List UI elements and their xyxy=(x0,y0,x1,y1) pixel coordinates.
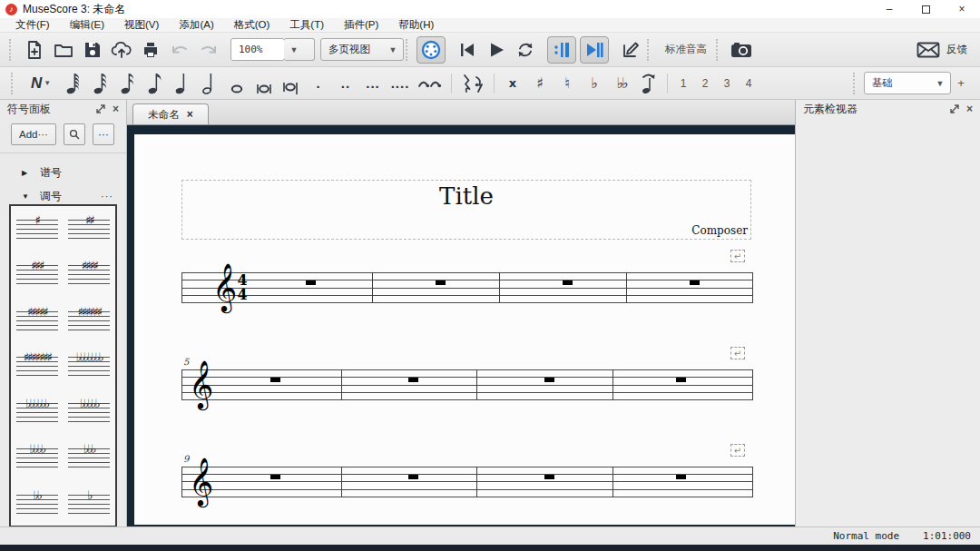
barline[interactable] xyxy=(181,369,182,400)
key-signature-item[interactable]: ♭♭♭♭♭ xyxy=(64,389,116,436)
menu-help[interactable]: 帮助(H) xyxy=(388,18,444,32)
key-signature-item[interactable]: ♯♯♯♯♯ xyxy=(11,298,64,344)
barline[interactable] xyxy=(612,369,613,400)
play-repeats-toggle[interactable] xyxy=(547,36,576,64)
note-8th-button[interactable] xyxy=(142,70,169,97)
double-flat-button[interactable]: ♭♭ xyxy=(608,70,635,97)
key-signature-item[interactable]: ♯♯♯♯ xyxy=(64,252,116,299)
title-frame[interactable]: Title Composer xyxy=(181,180,751,240)
whole-rest[interactable] xyxy=(676,378,686,382)
barline[interactable] xyxy=(476,467,477,497)
midi-input-toggle[interactable] xyxy=(416,36,446,64)
flip-direction-button[interactable] xyxy=(635,70,662,97)
score-tab[interactable]: 未命名 × xyxy=(132,103,209,124)
score-page[interactable]: Title Composer ↵ ↵ ↵ 𝄞 4 4 xyxy=(134,134,795,525)
zoom-dropdown-arrow[interactable]: ▼ xyxy=(284,38,315,61)
rewind-button[interactable] xyxy=(453,36,482,64)
rest-button[interactable] xyxy=(456,70,489,97)
toolbar-drag-handle[interactable] xyxy=(716,39,721,61)
tie-button[interactable] xyxy=(414,70,446,97)
system-break-marker[interactable]: ↵ xyxy=(730,444,745,457)
whole-rest[interactable] xyxy=(690,280,700,285)
note-64th-button[interactable] xyxy=(60,70,87,97)
barline[interactable] xyxy=(476,369,477,400)
treble-clef[interactable]: 𝄞 xyxy=(189,458,213,504)
search-palettes-button[interactable] xyxy=(64,123,85,145)
barline[interactable] xyxy=(612,467,613,497)
menu-view[interactable]: 视图(V) xyxy=(114,18,169,32)
score-composer-text[interactable]: Composer xyxy=(691,224,748,237)
key-signature-item[interactable]: ♯♯♯ xyxy=(11,252,64,299)
note-16th-button[interactable] xyxy=(114,70,142,97)
toolbar-drag-handle[interactable] xyxy=(406,39,411,61)
key-signature-item[interactable]: ♭♭♭♭♭♭♭ xyxy=(64,344,116,390)
voice-2-button[interactable]: 2 xyxy=(694,77,716,90)
menu-edit[interactable]: 编辑(E) xyxy=(60,18,114,32)
treble-clef[interactable]: 𝄞 xyxy=(189,361,213,407)
concert-pitch-button[interactable]: 标准音高 xyxy=(658,39,714,60)
triple-dot-button[interactable]: ... xyxy=(359,70,387,97)
barline[interactable] xyxy=(752,467,753,497)
palette-keys-more-icon[interactable]: ··· xyxy=(101,191,113,202)
quadruple-dot-button[interactable]: .... xyxy=(387,70,414,97)
undo-button[interactable] xyxy=(165,36,194,64)
play-button[interactable] xyxy=(482,36,511,64)
barline[interactable] xyxy=(341,467,342,497)
voice-4-button[interactable]: 4 xyxy=(738,77,760,90)
barline[interactable] xyxy=(626,272,627,303)
open-file-button[interactable] xyxy=(49,36,78,64)
image-capture-button[interactable] xyxy=(727,36,756,64)
maximize-button[interactable] xyxy=(907,0,944,18)
publish-online-button[interactable] xyxy=(107,36,136,64)
note-input-mode-button[interactable]: N ▼ xyxy=(22,70,60,97)
score-canvas[interactable]: Title Composer ↵ ↵ ↵ 𝄞 4 4 xyxy=(127,125,795,526)
flat-button[interactable]: ♭ xyxy=(581,70,608,97)
barline[interactable] xyxy=(181,272,182,303)
add-workspace-button[interactable]: + xyxy=(951,70,971,97)
toolbar-drag-handle[interactable] xyxy=(11,73,16,94)
double-sharp-button[interactable]: x xyxy=(499,70,526,97)
loop-playback-button[interactable] xyxy=(511,36,540,64)
menu-plugins[interactable]: 插件(P) xyxy=(334,18,388,32)
pan-score-toggle[interactable] xyxy=(580,36,609,64)
natural-button[interactable]: ♮ xyxy=(554,70,581,97)
feedback-button[interactable]: 反馈 xyxy=(916,42,973,58)
workspace-dropdown[interactable]: 基础 ▼ xyxy=(864,72,951,94)
menu-format[interactable]: 格式(O) xyxy=(224,18,280,32)
system-break-marker[interactable]: ↵ xyxy=(730,250,745,262)
close-panel-icon[interactable]: × xyxy=(966,103,973,115)
whole-rest[interactable] xyxy=(676,475,686,479)
print-button[interactable] xyxy=(136,36,165,64)
note-32nd-button[interactable] xyxy=(87,70,114,97)
metronome-icon[interactable] xyxy=(616,36,645,64)
whole-rest[interactable] xyxy=(306,280,316,285)
save-button[interactable] xyxy=(78,36,107,64)
augmentation-dot-button[interactable]: . xyxy=(305,70,332,97)
key-signature-item[interactable]: ♭♭ xyxy=(11,481,64,527)
tab-close-icon[interactable]: × xyxy=(187,108,193,121)
close-button[interactable]: × xyxy=(944,0,980,18)
note-half-button[interactable] xyxy=(196,70,223,97)
whole-rest[interactable] xyxy=(563,280,573,285)
key-signature-item[interactable]: ♯♯ xyxy=(64,206,116,252)
key-signature-item[interactable]: ♭♭♭ xyxy=(64,436,116,482)
toolbar-drag-handle[interactable] xyxy=(647,39,652,61)
voice-3-button[interactable]: 3 xyxy=(716,77,738,90)
note-quarter-button[interactable] xyxy=(169,70,196,97)
whole-rest[interactable] xyxy=(544,475,554,479)
sharp-button[interactable]: ♯ xyxy=(526,70,554,97)
double-dot-button[interactable]: .. xyxy=(332,70,359,97)
minimize-button[interactable]: – xyxy=(871,0,907,18)
new-score-button[interactable] xyxy=(20,36,49,64)
menu-tools[interactable]: 工具(T) xyxy=(279,18,334,32)
barline[interactable] xyxy=(499,272,500,303)
menu-file[interactable]: 文件(F) xyxy=(5,18,60,32)
note-breve-button[interactable] xyxy=(250,70,278,97)
toolbar-drag-handle[interactable] xyxy=(853,73,858,94)
key-signature-item[interactable]: ♭♭♭♭♭♭ xyxy=(11,389,64,436)
whole-rest[interactable] xyxy=(408,475,418,479)
barline[interactable] xyxy=(372,272,373,303)
key-signature-item[interactable]: ♯♯♯♯♯♯ xyxy=(64,298,116,344)
redo-button[interactable] xyxy=(194,36,223,64)
zoom-combobox[interactable]: 100% xyxy=(230,38,285,61)
